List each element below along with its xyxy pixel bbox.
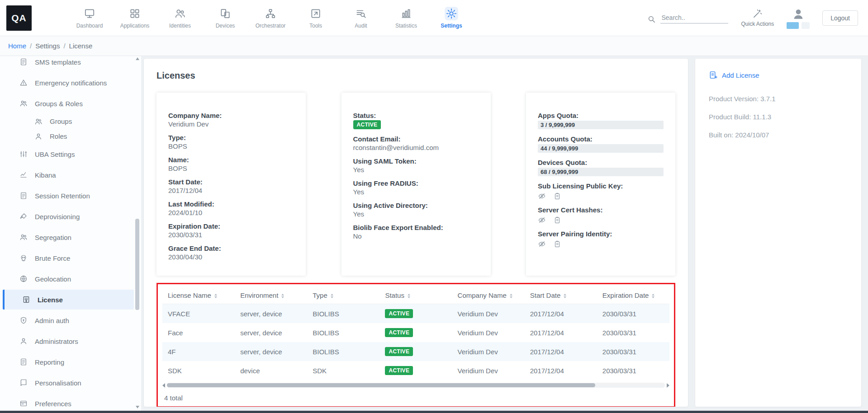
sidebar-item-groups[interactable]: Groups xyxy=(0,114,141,129)
table-horizontal-scrollbar[interactable] xyxy=(162,382,669,388)
sidebar-item-session-retention[interactable]: Session Retention xyxy=(0,185,141,206)
sidebar-item-label: Emergency notifications xyxy=(35,79,107,87)
scroll-right-icon[interactable] xyxy=(667,383,669,388)
scrollbar-track[interactable] xyxy=(167,383,665,388)
product-build: Product Build: 11.1.3 xyxy=(709,113,848,121)
col-expiration-date[interactable]: Expiration Date xyxy=(597,288,669,304)
nav-identities[interactable]: Identities xyxy=(157,7,203,29)
license-info-card: Company Name:Veridium Dev Type:BOPS Name… xyxy=(157,93,306,276)
breadcrumb-settings[interactable]: Settings xyxy=(35,42,60,50)
sidebar-item-geolocation[interactable]: Geolocation xyxy=(0,268,141,289)
status-badge: ACTIVE xyxy=(385,347,413,356)
sidebar-item-reporting[interactable]: Reporting xyxy=(0,352,141,372)
add-license-button[interactable]: Add License xyxy=(709,70,848,80)
people-icon xyxy=(19,99,28,108)
scroll-down-icon[interactable] xyxy=(136,406,139,408)
user-avatar-icon[interactable] xyxy=(792,7,805,21)
copy-icon[interactable] xyxy=(553,216,561,224)
sidebar-item-groups-roles[interactable]: Groups & Roles xyxy=(0,93,141,114)
sidebar-item-label: Brute Force xyxy=(35,254,70,262)
warning-icon xyxy=(19,79,28,87)
swatch-blue xyxy=(787,22,799,29)
col-license-name[interactable]: License Name xyxy=(162,288,235,304)
table-cell: server, device xyxy=(235,304,307,324)
sidebar-item-label: Groups xyxy=(50,117,72,125)
nav-orchestrator[interactable]: Orchestrator xyxy=(248,7,293,29)
sidebar-item-administrators[interactable]: Administrators xyxy=(0,331,141,352)
breadcrumb-home[interactable]: Home xyxy=(8,42,26,50)
gear-icon xyxy=(445,7,458,20)
sidebar-item-personalisation[interactable]: Personalisation xyxy=(0,372,141,393)
nav-label: Statistics xyxy=(395,23,417,29)
field-value: 2030/03/31 xyxy=(168,231,294,239)
table-row[interactable]: VFACE server, device BIOLIBS ACTIVE Veri… xyxy=(162,304,669,324)
export-box-icon xyxy=(309,7,323,20)
nav-label: Audit xyxy=(355,23,367,29)
table-cell: Veridium Dev xyxy=(452,304,525,324)
sidebar-item-deprovisioning[interactable]: Deprovisioning xyxy=(0,206,141,227)
sidebar-item-kibana[interactable]: Kibana xyxy=(0,164,141,185)
sidebar-scrollbar-thumb[interactable] xyxy=(135,219,139,310)
quick-actions-button[interactable]: Quick Actions xyxy=(741,9,774,27)
sliders-icon xyxy=(19,150,28,158)
eye-off-icon[interactable] xyxy=(538,216,546,224)
field-label: Sub Licensing Public Key: xyxy=(538,182,664,190)
add-license-icon xyxy=(709,70,718,80)
col-status[interactable]: Status xyxy=(379,288,452,304)
table-cell: Veridium Dev xyxy=(452,361,525,380)
nav-statistics[interactable]: Statistics xyxy=(384,7,429,29)
sidebar-item-admin-auth[interactable]: Admin auth xyxy=(0,310,141,331)
table-cell: ACTIVE xyxy=(379,361,452,380)
app-logo[interactable]: QA xyxy=(6,5,32,31)
sidebar-item-label: Reporting xyxy=(35,358,64,366)
nav-label: Devices xyxy=(216,23,235,29)
nav-audit[interactable]: Audit xyxy=(338,7,384,29)
sidebar-item-license[interactable]: License xyxy=(3,290,134,310)
search-icon[interactable] xyxy=(647,15,656,23)
sidebar-item-roles[interactable]: Roles xyxy=(0,129,141,144)
table-row[interactable]: Face server, device BIOLIBS ACTIVE Verid… xyxy=(162,323,669,342)
nav-applications[interactable]: Applications xyxy=(112,7,157,29)
copy-icon[interactable] xyxy=(553,240,561,248)
eye-off-icon[interactable] xyxy=(538,240,546,248)
sidebar-item-label: Segregation xyxy=(35,234,71,241)
table-cell: ACTIVE xyxy=(379,323,452,342)
field-label: Status: xyxy=(353,112,479,119)
scrollbar-thumb[interactable] xyxy=(167,383,595,387)
sidebar-scrollbar[interactable] xyxy=(135,57,140,408)
sidebar-item-brute-force[interactable]: Brute Force xyxy=(0,248,141,268)
copy-icon[interactable] xyxy=(553,192,561,200)
sidebar-item-segregation[interactable]: Segregation xyxy=(0,227,141,248)
user-icon xyxy=(34,132,43,141)
logout-button[interactable]: Logout xyxy=(822,10,858,26)
nav-tools[interactable]: Tools xyxy=(293,7,338,29)
sidebar-item-label: Administrators xyxy=(35,338,78,345)
sidebar-item-preferences[interactable]: Preferences xyxy=(0,393,141,413)
col-environment[interactable]: Environment xyxy=(235,288,307,304)
field-label: Using Free RADIUS: xyxy=(353,179,479,187)
search-input[interactable] xyxy=(660,12,728,23)
nav-devices[interactable]: Devices xyxy=(203,7,248,29)
table-cell: Veridium Dev xyxy=(452,342,525,361)
scroll-up-icon[interactable] xyxy=(136,57,139,60)
nav-settings[interactable]: Settings xyxy=(429,7,474,29)
document-icon xyxy=(19,192,28,200)
col-start-date[interactable]: Start Date xyxy=(525,288,597,304)
sidebar-item-emergency-notifications[interactable]: Emergency notifications xyxy=(0,72,141,93)
nav-dashboard[interactable]: Dashboard xyxy=(67,7,112,29)
table-row[interactable]: 4F server, device BIOLIBS ACTIVE Veridiu… xyxy=(162,342,669,361)
table-row[interactable]: SDK device SDK ACTIVE Veridium Dev 2017/… xyxy=(162,361,669,380)
col-type[interactable]: Type xyxy=(307,288,379,304)
sidebar-item-sms-templates[interactable]: SMS templates xyxy=(0,56,141,72)
col-company-name[interactable]: Company Name xyxy=(452,288,525,304)
table-cell: BIOLIBS xyxy=(307,342,379,361)
people-icon xyxy=(173,7,187,20)
scroll-left-icon[interactable] xyxy=(162,383,165,388)
primary-nav: Dashboard Applications Identities Device… xyxy=(67,7,474,29)
licenses-table-highlight: License Name Environment Type Status Com… xyxy=(157,283,675,407)
table-total-count: 4 total xyxy=(164,394,669,402)
field-value: Yes xyxy=(353,188,479,196)
field-value: No xyxy=(353,232,479,240)
sidebar-item-uba-settings[interactable]: UBA Settings xyxy=(0,144,141,164)
eye-off-icon[interactable] xyxy=(538,192,546,200)
